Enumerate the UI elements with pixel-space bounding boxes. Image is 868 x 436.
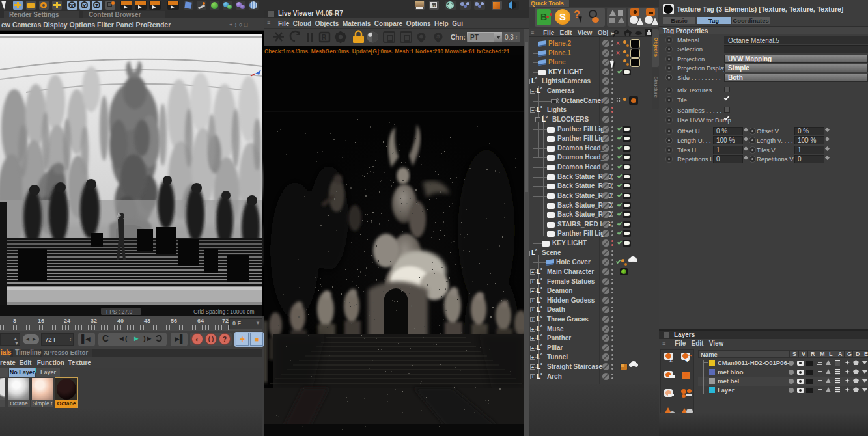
svg-text:50: 50 <box>436 35 441 40</box>
svg-text:Grid Spacing : 10000 cm: Grid Spacing : 10000 cm <box>193 308 255 315</box>
svg-text:0.3: 0.3 <box>505 34 514 41</box>
svg-text:R: R <box>322 34 327 41</box>
svg-text:↕: ↕ <box>515 34 518 40</box>
svg-text:Chn:: Chn: <box>451 34 466 41</box>
svg-text:FPS : 27.0: FPS : 27.0 <box>106 308 132 315</box>
svg-text:PT: PT <box>470 34 479 41</box>
